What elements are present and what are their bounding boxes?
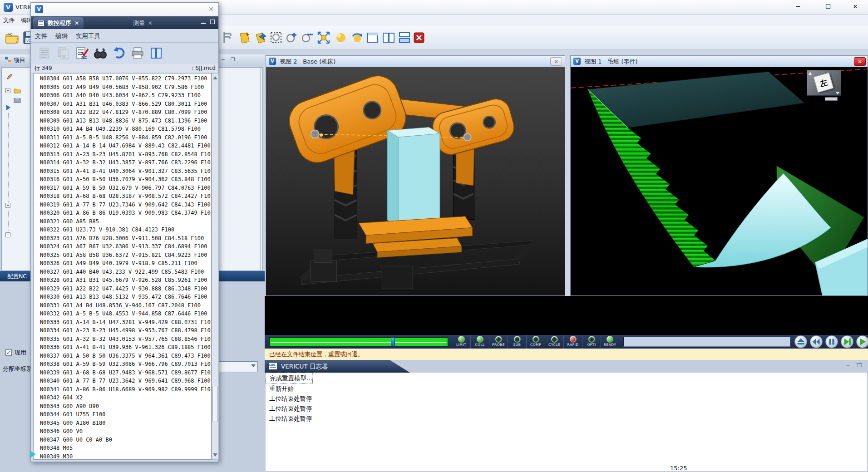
nc-line[interactable]: N00348 M05 <box>40 444 211 452</box>
nc-line[interactable]: N00328 G01 A31 B31 U45.6679 V-926.528 C8… <box>40 276 211 285</box>
machine-3d-view[interactable] <box>266 67 565 295</box>
nc-code-area[interactable]: N00304 G01 A58 B58 U37.0076 V-855.822 C7… <box>33 73 212 460</box>
print-icon[interactable] <box>130 46 145 60</box>
nc-line[interactable]: N00307 G01 A31 B31 U46.0383 V-866.529 C8… <box>40 100 211 108</box>
zoom-in-icon[interactable] <box>285 31 299 44</box>
nc-line[interactable]: N00333 G01 A-14 B-14 U47.3281 V-949.429 … <box>40 318 211 327</box>
layout-single-icon[interactable] <box>366 31 380 44</box>
nc-window-close-button[interactable]: ✕ <box>208 5 214 13</box>
view2-header[interactable]: V 视图 2 - Base (机床) ✕ <box>266 56 565 67</box>
led-button[interactable]: READY <box>601 335 619 349</box>
layout-split-vertical-icon[interactable] <box>382 31 395 44</box>
view1-header[interactable]: V 视图 1 - 毛坯 (零件) ✕ <box>571 56 868 67</box>
nc-line[interactable]: N00304 G01 A58 B58 U37.0076 V-855.822 C7… <box>40 74 211 83</box>
nc-line[interactable]: N00308 G01 A22 B22 U47.8129 V-870.889 C8… <box>40 108 211 117</box>
nc-line[interactable]: N00325 G01 A58 B58 U36.6372 V-915.821 C8… <box>40 251 211 260</box>
zoom-window-icon[interactable] <box>270 31 283 44</box>
play-button[interactable] <box>856 335 868 348</box>
stock-3d-view[interactable]: ▲ 左 <box>571 67 868 295</box>
nc-line[interactable]: N00334 G01 A-23 B-23 U45.4998 V-953.767 … <box>40 326 211 335</box>
nc-line[interactable]: N00347 G00 U0 C0 A0 B0 <box>40 436 211 444</box>
nc-line[interactable]: N00318 G01 A-68 B-68 U28.3187 V-908.572 … <box>40 192 211 201</box>
zoom-out-icon[interactable] <box>301 31 314 44</box>
rewind-button[interactable] <box>810 335 823 348</box>
measure-caliper-icon[interactable] <box>221 31 234 44</box>
nc-line[interactable]: N00313 G01 A-23 B-23 U45.8701 V-893.768 … <box>40 150 211 159</box>
chevron-down-icon[interactable] <box>835 92 840 94</box>
search-binoculars-icon[interactable] <box>93 46 108 60</box>
nc-list-icon[interactable] <box>37 46 52 60</box>
mdi-command-field[interactable] <box>623 337 790 347</box>
led-button[interactable]: COLL <box>470 335 489 349</box>
model-export-icon[interactable] <box>237 31 251 44</box>
nc-line[interactable]: N00349 M30 <box>40 452 211 460</box>
tab-nc-program[interactable]: 数控程序 ✕ <box>33 17 84 29</box>
tab-close-icon[interactable]: ✕ <box>74 20 79 26</box>
nc-line[interactable]: N00327 G01 A40 B40 U43.233 V-922.499 C85… <box>40 268 211 276</box>
rotate-view-icon[interactable] <box>350 31 364 44</box>
progress-handle[interactable] <box>391 337 395 346</box>
pause-button[interactable] <box>825 335 838 348</box>
logger-header[interactable]: VERICUT 日志器 <box>265 360 410 373</box>
nc-menu-utilities[interactable]: 实用工具 <box>72 29 104 40</box>
tab-minimize-icon[interactable] <box>201 20 206 24</box>
nc-line[interactable]: N00345 G00 A180 B180 <box>40 419 211 428</box>
nc-line[interactable]: N00305 G01 A49 B49 U40.5683 V-858.902 C7… <box>40 83 211 92</box>
layout-split-horizontal-icon[interactable] <box>398 31 411 44</box>
nc-line[interactable]: N00314 G01 A-32 B-32 U43.3857 V-897.766 … <box>40 158 211 167</box>
nc-scrollbar[interactable] <box>212 73 219 460</box>
close-view-icon[interactable] <box>412 31 426 44</box>
nc-line[interactable]: N00342 G04 X2 <box>40 393 211 402</box>
active-checkbox[interactable]: ✓ <box>5 349 12 356</box>
panel-minimize-icon[interactable]: ─ ❐ <box>222 57 237 63</box>
tab-float-icon[interactable] <box>210 20 215 24</box>
scroll-down-icon[interactable] <box>213 453 217 457</box>
nc-line[interactable]: N00309 G01 A13 B13 U48.8836 V-875.473 C8… <box>40 117 211 125</box>
led-button[interactable]: RAPID <box>563 335 582 349</box>
tab-measure[interactable]: 测量 ✕ <box>128 17 157 29</box>
columns-icon[interactable] <box>149 46 163 60</box>
nc-line[interactable]: N00346 G00 V0 <box>40 427 211 436</box>
nc-check-icon[interactable]: NC <box>74 46 89 60</box>
led-button[interactable]: SUB <box>508 335 526 349</box>
nc-line[interactable]: N00323 G01 A76 B76 U28.3006 V-911.508 C8… <box>40 234 211 243</box>
nc-line[interactable]: N00326 G01 A49 B49 U40.1979 V-918.9 C85.… <box>40 259 211 268</box>
nc-menu-edit[interactable]: 编辑 <box>51 29 72 40</box>
orientation-slider[interactable] <box>825 97 838 101</box>
nc-line[interactable]: N00335 G01 A-32 B-32 U43.0153 V-957.765 … <box>40 335 211 344</box>
nc-line[interactable]: N00343 G00 A90 B90 <box>40 402 211 411</box>
nc-line[interactable]: N00315 G01 A-41 B-41 U40.3064 V-901.327 … <box>40 167 211 176</box>
minimize-button[interactable]: ─ <box>788 1 808 13</box>
led-button[interactable]: LIMIT <box>452 335 470 349</box>
simulation-progress-bar[interactable] <box>269 337 448 346</box>
step-forward-button[interactable] <box>841 335 853 348</box>
scroll-up-icon[interactable] <box>213 76 217 79</box>
fit-view-icon[interactable] <box>317 31 330 44</box>
scroll-thumb[interactable] <box>212 386 218 422</box>
nc-line[interactable]: N00324 G01 A67 B67 U32.6386 V-913.337 C8… <box>40 242 211 251</box>
nc-line[interactable]: N00310 G01 A4 B4 U49.2239 V-880.169 C81.… <box>40 125 211 133</box>
nc-line[interactable]: N00344 G01 U755 F100 <box>40 410 211 419</box>
logger-window-buttons[interactable]: ─ ❐ <box>846 362 864 369</box>
tree-expander-collapse[interactable]: − <box>5 88 10 93</box>
nc-line[interactable]: N00311 G01 A-5 B-5 U48.8256 V-884.859 C8… <box>40 133 211 142</box>
nc-copy-icon[interactable]: NC <box>56 46 70 60</box>
edit-pencil-icon[interactable] <box>6 73 13 79</box>
tab-close-icon[interactable]: ✕ <box>148 20 153 26</box>
tool-change-icon[interactable] <box>254 31 268 44</box>
tree-expander-collapse-2[interactable]: − <box>5 232 10 237</box>
menu-file[interactable]: 文件 <box>0 15 18 27</box>
undo-icon[interactable] <box>112 46 126 60</box>
led-button[interactable]: CYCLE <box>545 335 563 349</box>
nc-line[interactable]: N00317 G01 A-59 B-59 U32.679 V-906.797 C… <box>40 184 211 192</box>
nc-line[interactable]: N00312 G01 A-14 B-14 U47.6984 V-889.43 C… <box>40 142 211 150</box>
nc-line[interactable]: N00319 G01 A-77 B-77 U23.7346 V-909.642 … <box>40 201 211 209</box>
nc-line[interactable]: N00339 G01 A-68 B-68 U27.9483 V-968.571 … <box>40 369 211 377</box>
maximize-button[interactable]: ☐ <box>818 1 838 13</box>
nc-line[interactable]: N00336 G01 A-41 B-41 U39.936 V-961.326 C… <box>40 343 211 352</box>
nc-line[interactable]: N00330 G01 A13 B13 U48.5132 V-935.472 C8… <box>40 293 211 301</box>
nc-menu-file[interactable]: 文件 <box>31 29 51 40</box>
nc-line[interactable]: N00340 G01 A-77 B-77 U23.3642 V-969.641 … <box>40 377 211 385</box>
nc-line[interactable]: N00306 G01 A40 B40 U43.6034 V-862.5 C79.… <box>40 91 211 100</box>
nc-line[interactable]: N00322 G01 U23.73 V-910.381 C84.4123 F10… <box>40 226 211 234</box>
